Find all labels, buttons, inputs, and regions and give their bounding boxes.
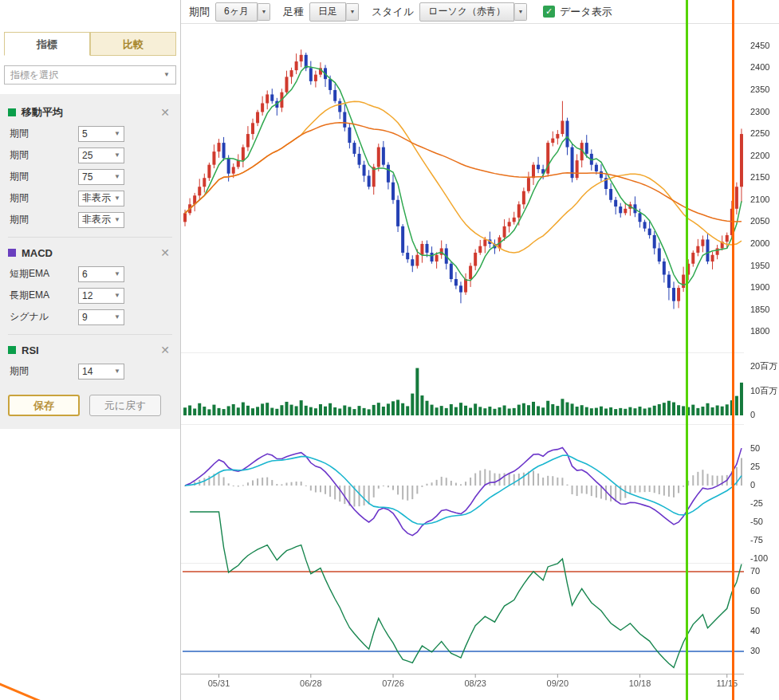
param-value: 12 [82, 290, 92, 301]
rsi-color-swatch-icon [8, 346, 16, 354]
chevron-down-icon: ▼ [114, 368, 120, 375]
param-value: 75 [82, 171, 92, 183]
period-dropdown-arrow-icon[interactable]: ▼ [258, 3, 270, 21]
chevron-down-icon: ▼ [114, 152, 120, 159]
indicator-param-row: シグナル 9 ▼ [8, 306, 172, 328]
bar-type-label: 足種 [283, 5, 304, 19]
macd-signal-select[interactable]: 9 ▼ [78, 309, 124, 325]
param-value: 非表示 [82, 191, 111, 205]
sidebar-tabs: 指標 比較 [4, 32, 176, 56]
section-title: 移動平均 [22, 105, 158, 120]
chevron-down-icon: ▼ [114, 314, 120, 321]
param-value: 非表示 [82, 213, 111, 226]
param-value: 6 [82, 269, 88, 280]
indicator-param-row: 期間 14 ▼ [8, 360, 172, 382]
bar-type-button[interactable]: 日足 [309, 2, 346, 22]
macd-fast-ema-select[interactable]: 6 ▼ [78, 266, 124, 282]
indicator-section-moving-average: 移動平均 ✕ 期間 5 ▼ 期間 25 ▼ 期間 75 [8, 100, 172, 230]
close-icon[interactable]: ✕ [158, 247, 172, 258]
ma-period-5-select[interactable]: 非表示 ▼ [78, 212, 124, 228]
section-title: MACD [22, 247, 158, 259]
bar-type-dropdown-arrow-icon[interactable]: ▼ [346, 3, 359, 21]
style-dropdown-arrow-icon[interactable]: ▼ [514, 3, 527, 21]
indicator-select[interactable]: 指標を選択 ▼ [4, 65, 176, 85]
chart-region: 期間 6ヶ月 ▼ 足種 日足 ▼ スタイル ローソク（赤青） ▼ ✓ データ表示 [181, 0, 779, 700]
indicator-param-row: 期間 5 ▼ [8, 123, 172, 144]
sidebar-buttons: 保存 元に戻す [8, 395, 172, 416]
rsi-period-select[interactable]: 14 ▼ [78, 364, 124, 379]
chevron-down-icon: ▼ [163, 72, 170, 78]
indicator-param-row: 短期EMA 6 ▼ [8, 263, 172, 285]
param-label: 期間 [8, 364, 78, 378]
checkbox-check-icon: ✓ [543, 6, 555, 18]
marker-vertical-line-orange[interactable] [732, 0, 734, 700]
close-icon[interactable]: ✕ [158, 107, 172, 118]
param-label: シグナル [8, 310, 78, 324]
chevron-down-icon: ▼ [114, 131, 120, 137]
data-display-checkbox[interactable]: ✓ データ表示 [543, 5, 612, 19]
macd-color-swatch-icon [8, 249, 16, 257]
chevron-down-icon: ▼ [114, 195, 120, 202]
period-label: 期間 [189, 5, 210, 19]
macd-slow-ema-select[interactable]: 12 ▼ [78, 288, 124, 304]
style-label: スタイル [372, 5, 414, 19]
chevron-down-icon: ▼ [114, 174, 120, 180]
reset-button[interactable]: 元に戻す [89, 395, 161, 416]
section-title: RSI [22, 344, 158, 356]
chevron-down-icon: ▼ [114, 293, 120, 299]
indicator-section-rsi: RSI ✕ 期間 14 ▼ [8, 334, 172, 382]
param-label: 期間 [8, 148, 78, 162]
chevron-down-icon: ▼ [114, 217, 120, 223]
param-value: 14 [82, 366, 92, 377]
param-value: 5 [82, 128, 88, 140]
chart-canvas[interactable] [181, 24, 779, 700]
param-value: 9 [82, 312, 88, 323]
ma-period-2-select[interactable]: 25 ▼ [78, 147, 124, 163]
chart-toolbar: 期間 6ヶ月 ▼ 足種 日足 ▼ スタイル ローソク（赤青） ▼ ✓ データ表示 [181, 0, 779, 24]
indicator-select-placeholder: 指標を選択 [10, 69, 58, 82]
chevron-down-icon: ▼ [114, 271, 120, 277]
param-label: 長期EMA [8, 289, 78, 302]
param-label: 期間 [8, 213, 78, 226]
ma-period-3-select[interactable]: 75 ▼ [78, 169, 124, 185]
period-button[interactable]: 6ヶ月 [215, 2, 258, 22]
param-label: 期間 [8, 191, 78, 205]
indicator-param-row: 期間 非表示 ▼ [8, 209, 172, 230]
ma-period-4-select[interactable]: 非表示 ▼ [78, 191, 124, 206]
tab-indicators[interactable]: 指標 [4, 32, 90, 56]
param-label: 短期EMA [8, 267, 78, 281]
ma-period-1-select[interactable]: 5 ▼ [78, 126, 124, 142]
param-label: 期間 [8, 127, 78, 140]
indicator-param-row: 期間 75 ▼ [8, 166, 172, 187]
cursor-vertical-line-green[interactable] [686, 0, 688, 700]
indicator-param-row: 期間 25 ▼ [8, 144, 172, 166]
tab-compare[interactable]: 比較 [90, 32, 176, 56]
param-value: 25 [82, 150, 92, 161]
indicator-param-row: 期間 非表示 ▼ [8, 187, 172, 209]
param-label: 期間 [8, 170, 78, 183]
indicator-panel: 移動平均 ✕ 期間 5 ▼ 期間 25 ▼ 期間 75 [0, 94, 180, 429]
indicator-section-macd: MACD ✕ 短期EMA 6 ▼ 長期EMA 12 ▼ シグナル [8, 237, 172, 328]
style-button[interactable]: ローソク（赤青） [419, 2, 514, 22]
close-icon[interactable]: ✕ [158, 344, 172, 356]
save-button[interactable]: 保存 [8, 395, 80, 416]
sidebar: 指標 比較 指標を選択 ▼ 移動平均 ✕ 期間 5 ▼ 期間 25 [0, 0, 181, 700]
data-display-label: データ表示 [560, 5, 612, 19]
ma-color-swatch-icon [8, 108, 16, 116]
indicator-param-row: 長期EMA 12 ▼ [8, 285, 172, 306]
